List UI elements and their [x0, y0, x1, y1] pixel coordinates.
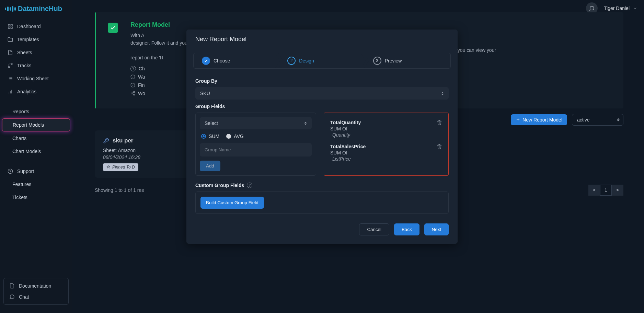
step-number: 3 [373, 57, 381, 65]
logo[interactable]: DatamineHub [0, 5, 72, 20]
sidebar-label: Dashboard [17, 24, 41, 29]
sidebar-item-reports[interactable]: Reports [2, 105, 70, 118]
step-label: Design [299, 58, 314, 63]
custom-group-fields-label: Custom Group Fields [195, 183, 244, 188]
svg-point-23 [134, 91, 135, 93]
sidebar-item-working-sheet[interactable]: Working Sheet [2, 72, 70, 85]
sidebar-item-templates[interactable]: Templates [2, 33, 70, 46]
delete-icon[interactable] [437, 144, 442, 150]
cancel-button[interactable]: Cancel [359, 223, 389, 235]
sidebar-item-report-models[interactable]: Report Models [2, 118, 70, 131]
gf-name: TotalQuantity [330, 120, 361, 125]
pager: < 1 > [588, 185, 623, 196]
sidebar-item-dashboard[interactable]: Dashboard [2, 20, 70, 33]
svg-line-26 [132, 94, 134, 94]
help-icon[interactable]: ? [247, 183, 252, 188]
sidebar-label: Chat [19, 294, 29, 300]
sidebar-item-charts[interactable]: Charts [2, 132, 70, 144]
file-text-icon [9, 283, 15, 289]
select-value: SKU [200, 91, 210, 96]
radio-sum[interactable]: SUM [201, 134, 219, 139]
add-button[interactable]: Add [200, 161, 220, 171]
step-choose[interactable]: Choose [194, 53, 279, 68]
updown-icon [617, 118, 620, 121]
sidebar-label: Documentation [19, 283, 51, 289]
group-name-input[interactable] [200, 143, 312, 156]
help-icon: ? [130, 66, 136, 71]
folder-icon [8, 37, 13, 42]
step-number: 2 [287, 57, 296, 65]
custom-group-fields-section: Build Custom Group Field [195, 192, 449, 214]
sidebar-label: Working Sheet [17, 76, 49, 81]
plus-icon [516, 117, 520, 122]
group-field-item: TotalQuantity SUM Of Quantity [330, 120, 442, 138]
chevron-down-icon [633, 6, 637, 10]
step-design[interactable]: 2 Design [279, 53, 365, 68]
sidebar-item-analytics[interactable]: Analytics [2, 85, 70, 98]
sidebar-item-sheets[interactable]: Sheets [2, 46, 70, 59]
sidebar-label: Report Models [13, 122, 44, 128]
pin-icon [106, 165, 110, 169]
check-icon [108, 23, 118, 33]
sidebar-item-support[interactable]: Support [2, 165, 70, 177]
svg-point-24 [131, 93, 133, 94]
svg-rect-1 [11, 24, 12, 26]
group-fields-label: Group Fields [195, 104, 449, 109]
step-preview[interactable]: 3 Preview [365, 53, 450, 68]
gf-agg: SUM Of [330, 150, 347, 155]
sidebar-item-tracks[interactable]: Tracks [2, 59, 70, 72]
route-icon [8, 63, 13, 68]
card-title: sku per [113, 137, 133, 144]
radio-label: SUM [209, 134, 219, 139]
group-field-item: TotalSalesPrice SUM Of ListPrice [330, 144, 442, 162]
svg-point-5 [11, 63, 12, 65]
pager-page-1[interactable]: 1 [600, 185, 612, 196]
group-fields-form: Select SUM AVG Add [195, 113, 316, 176]
sidebar-label: Tracks [17, 63, 31, 68]
gf-name: TotalSalesPrice [330, 144, 366, 149]
radio-avg[interactable]: AVG [226, 134, 244, 139]
gf-field: ListPrice [332, 156, 366, 162]
sidebar-label: Analytics [17, 89, 36, 94]
pager-next[interactable]: > [612, 185, 623, 196]
pager-prev[interactable]: < [588, 185, 600, 196]
bar-chart-icon [8, 89, 13, 94]
user-name: Tiger Daniel [604, 5, 630, 11]
svg-rect-3 [8, 27, 10, 28]
radio-label: AVG [234, 134, 244, 139]
updown-icon [304, 122, 307, 125]
gf-field: Quantity [332, 132, 361, 138]
updown-icon [441, 92, 444, 95]
sidebar-item-tickets[interactable]: Tickets [2, 191, 70, 204]
sidebar-item-chart-models[interactable]: Chart Models [2, 145, 70, 158]
sidebar-item-documentation[interactable]: Documentation [6, 281, 66, 291]
step-label: Choose [214, 58, 230, 63]
field-select[interactable]: Select [200, 117, 312, 129]
sidebar-label: Charts [12, 136, 26, 141]
group-by-select[interactable]: SKU [195, 87, 449, 100]
gf-agg: SUM Of [330, 126, 347, 131]
radio-unchecked-icon [226, 134, 231, 139]
logo-text: DatamineHub [18, 5, 62, 13]
help-icon [8, 169, 13, 174]
svg-point-25 [134, 94, 135, 95]
sidebar-label: Features [12, 182, 31, 187]
sidebar: DatamineHub Dashboard Templates Sheets T… [0, 0, 72, 313]
delete-icon[interactable] [437, 120, 442, 126]
button-label: New Report Model [522, 117, 562, 123]
sidebar-label: Reports [12, 109, 29, 114]
next-button[interactable]: Next [424, 223, 449, 235]
back-button[interactable]: Back [394, 223, 419, 235]
sidebar-item-chat[interactable]: Chat [6, 292, 66, 302]
sidebar-label: Support [17, 169, 34, 174]
results-text: Showing 1 to 1 of 1 res [95, 187, 144, 193]
user-menu[interactable]: Tiger Daniel [604, 5, 637, 11]
pinned-badge: Pinned To D [103, 163, 138, 171]
sidebar-label: Chart Models [12, 149, 41, 154]
tools-icon [103, 138, 109, 144]
status-filter-select[interactable]: active [572, 114, 623, 126]
svg-point-4 [8, 67, 10, 68]
new-report-model-button[interactable]: New Report Model [511, 114, 567, 125]
sidebar-item-features[interactable]: Features [2, 178, 70, 190]
build-custom-group-field-button[interactable]: Build Custom Group Field [200, 197, 264, 209]
